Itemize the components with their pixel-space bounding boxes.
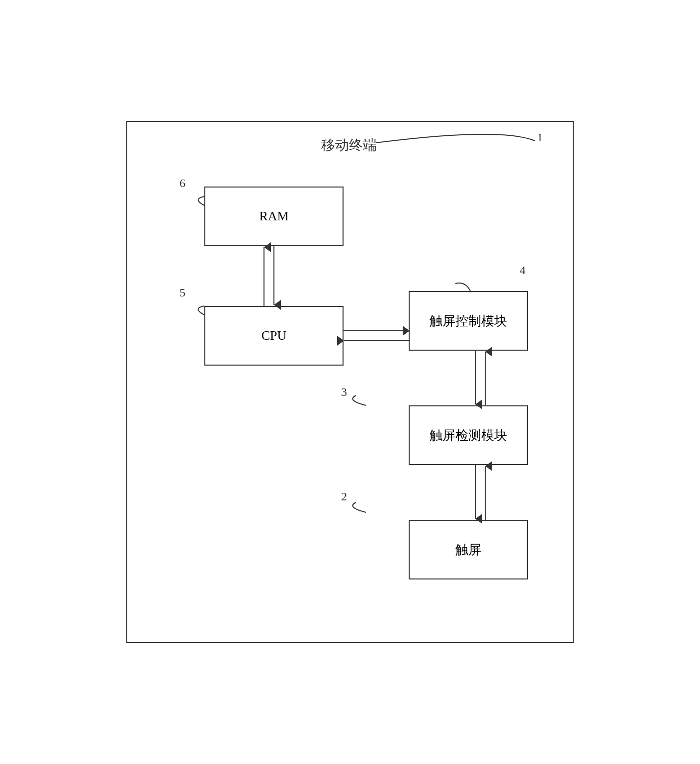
label-3: 3 (341, 385, 347, 399)
label-6: 6 (179, 177, 185, 190)
touch-control-label: 触屏控制模块 (430, 312, 507, 330)
label-1: 1 (537, 131, 543, 144)
label-4: 4 (520, 264, 525, 277)
cpu-label: CPU (262, 328, 287, 343)
title-label: 移动终端 (321, 136, 377, 155)
label-2: 2 (341, 490, 347, 503)
cpu-block: CPU (204, 306, 344, 366)
touch-detect-label: 触屏检测模块 (430, 427, 507, 444)
label-5: 5 (179, 286, 185, 299)
touch-screen-label: 触屏 (455, 541, 481, 559)
touch-detect-block: 触屏检测模块 (409, 405, 528, 465)
touch-screen-block: 触屏 (409, 520, 528, 579)
touch-control-block: 触屏控制模块 (409, 291, 528, 351)
ram-block: RAM (204, 187, 344, 246)
diagram-container: 移动终端 1 6 5 4 3 2 RAM CPU 触屏控制模块 触屏检测模块 触… (126, 121, 574, 643)
ram-label: RAM (259, 209, 288, 224)
